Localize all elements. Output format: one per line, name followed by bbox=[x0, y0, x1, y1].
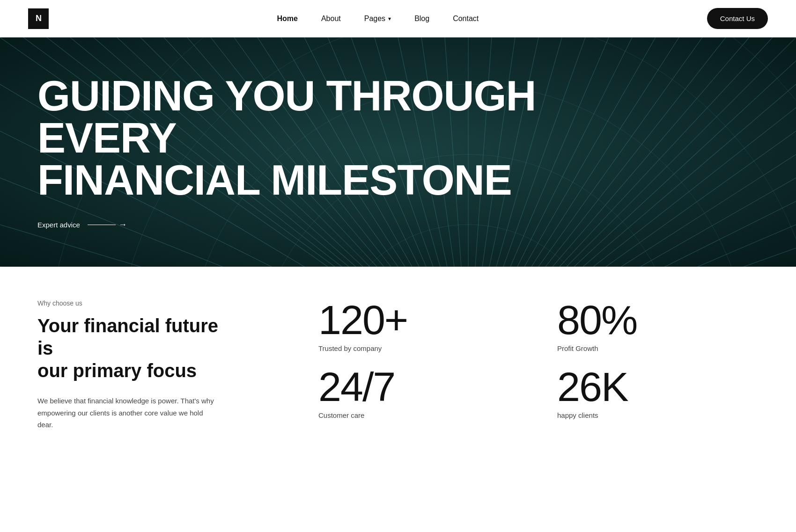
stat-trusted-number: 120+ bbox=[318, 299, 407, 341]
logo-mark: N bbox=[28, 8, 49, 29]
nav-item-about[interactable]: About bbox=[321, 15, 341, 23]
hero-cta-text: Expert advice bbox=[37, 221, 80, 229]
nav-link-blog[interactable]: Blog bbox=[414, 15, 429, 22]
chevron-down-icon: ▾ bbox=[388, 15, 391, 22]
stats-left-panel: Why choose us Your financial future is o… bbox=[37, 299, 262, 431]
stat-trusted: 120+ Trusted by company bbox=[318, 299, 520, 352]
hero-content: GUIDING YOU THROUGH EVERY FINANCIAL MILE… bbox=[0, 37, 796, 267]
stat-profit: 80% Profit Growth bbox=[557, 299, 759, 352]
stat-trusted-label: Trusted by company bbox=[318, 344, 382, 352]
nav-link-about[interactable]: About bbox=[321, 15, 341, 22]
stats-heading-line1: Your financial future is bbox=[37, 315, 218, 358]
stat-happy-clients-number: 26K bbox=[557, 366, 628, 408]
stat-happy-clients: 26K happy clients bbox=[557, 366, 759, 419]
hero-title-line2: FINANCIAL MILESTONE bbox=[37, 157, 512, 204]
hero-title-line1: GUIDING YOU THROUGH EVERY bbox=[37, 73, 536, 161]
hero-cta[interactable]: Expert advice → bbox=[37, 220, 759, 230]
stats-heading-line2: our primary focus bbox=[37, 360, 197, 381]
hero-section: GUIDING YOU THROUGH EVERY FINANCIAL MILE… bbox=[0, 37, 796, 267]
nav-item-contact[interactable]: Contact bbox=[453, 15, 479, 23]
arrow-icon: → bbox=[88, 220, 127, 230]
arrow-line bbox=[88, 225, 116, 225]
nav-link-home[interactable]: Home bbox=[277, 15, 297, 22]
stat-profit-label: Profit Growth bbox=[557, 344, 598, 352]
contact-us-button[interactable]: Contact Us bbox=[707, 8, 768, 29]
nav-link-pages[interactable]: Pages bbox=[364, 15, 385, 23]
why-choose-label: Why choose us bbox=[37, 299, 234, 307]
nav-link-contact[interactable]: Contact bbox=[453, 15, 479, 22]
nav-item-pages[interactable]: Pages ▾ bbox=[364, 15, 391, 23]
stats-grid: 120+ Trusted by company 80% Profit Growt… bbox=[262, 299, 759, 419]
stat-customer-care-label: Customer care bbox=[318, 411, 364, 419]
nav-item-blog[interactable]: Blog bbox=[414, 15, 429, 23]
arrow-head: → bbox=[118, 220, 127, 230]
hero-title: GUIDING YOU THROUGH EVERY FINANCIAL MILE… bbox=[37, 75, 553, 201]
stat-customer-care: 24/7 Customer care bbox=[318, 366, 520, 419]
stat-profit-number: 80% bbox=[557, 299, 637, 341]
stats-section: Why choose us Your financial future is o… bbox=[0, 267, 796, 459]
stat-customer-care-number: 24/7 bbox=[318, 366, 395, 408]
stat-happy-clients-label: happy clients bbox=[557, 411, 598, 419]
nav-menu: Home About Pages ▾ Blog Contact bbox=[277, 15, 479, 23]
stats-heading: Your financial future is our primary foc… bbox=[37, 314, 234, 382]
stats-description: We believe that financial knowledge is p… bbox=[37, 395, 215, 431]
navbar: N Home About Pages ▾ Blog Contact Contac… bbox=[0, 0, 796, 37]
logo[interactable]: N bbox=[28, 8, 49, 29]
nav-item-home[interactable]: Home bbox=[277, 15, 297, 23]
